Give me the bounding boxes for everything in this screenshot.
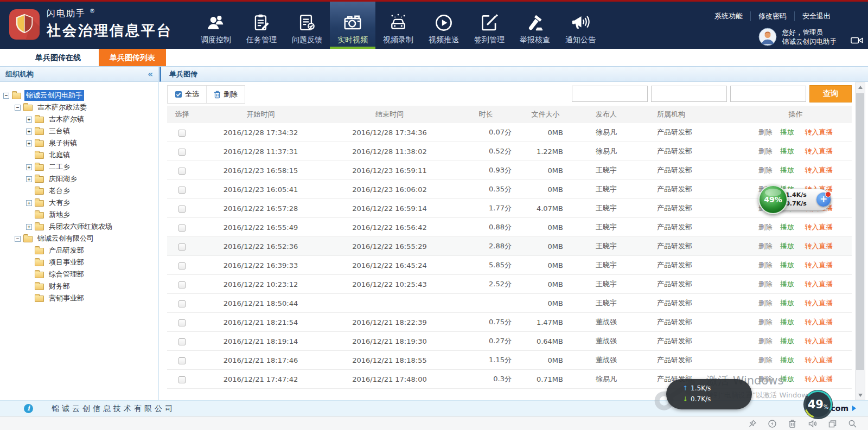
tree-node[interactable]: 营销事业部 [0,292,158,304]
tree-node[interactable]: 二工乡 [0,161,158,173]
tree-node-label[interactable]: 产品研发部 [47,245,86,256]
row-checkbox[interactable] [178,168,186,175]
row-to-live-link[interactable]: 转入直播 [805,299,833,307]
nav-item[interactable]: 调度控制 [193,2,239,49]
tree-node-label[interactable]: 老台乡 [47,185,72,196]
row-play-link[interactable]: 播放 [780,147,794,155]
collapse-sidebar-icon[interactable]: « [148,69,153,79]
tab[interactable]: 单兵图传在线 [24,49,92,66]
pin-icon[interactable] [742,418,762,429]
nav-item[interactable]: 任务管理 [239,2,284,49]
tree-node[interactable]: 大有乡 [0,197,158,209]
nav-item[interactable]: 签到管理 [467,2,512,49]
scroll-up-icon[interactable] [856,83,865,92]
scrollbar-thumb[interactable] [856,93,864,370]
header-link[interactable]: 安全退出 [794,11,838,21]
row-play-link[interactable]: 播放 [780,375,794,383]
row-play-link[interactable]: 播放 [780,223,794,231]
search-icon[interactable] [843,418,863,429]
nav-item[interactable]: 举报核查 [512,2,558,49]
row-delete-link[interactable]: 删除 [758,147,773,155]
row-delete-link[interactable]: 删除 [758,375,773,383]
tree-node[interactable]: 庆阳湖乡 [0,173,158,185]
delete-button[interactable]: 删除 [206,86,245,103]
row-to-live-link[interactable]: 转入直播 [805,337,833,345]
tree-node[interactable]: 吉木萨尔政法委 [0,101,158,113]
tree-expander-icon[interactable] [26,164,32,170]
row-delete-link[interactable]: 删除 [758,318,773,326]
tree-node-label[interactable]: 锦诚云创闪电助手 [24,90,84,101]
row-delete-link[interactable]: 删除 [758,242,773,250]
row-checkbox[interactable] [178,224,186,232]
tree-node[interactable]: 综合管理部 [0,268,158,280]
tree-node-label[interactable]: 锦诚云创有限公司 [36,233,95,244]
nav-item[interactable]: 问题反馈 [284,2,330,49]
tree-node-label[interactable]: 兵团农六师红旗农场 [47,221,114,232]
row-delete-link[interactable]: 删除 [758,128,773,136]
vertical-scrollbar[interactable] [855,82,865,400]
tree-expander-icon[interactable] [26,129,32,134]
tree-node[interactable]: 北庭镇 [0,149,158,161]
tree-node-label[interactable]: 营销事业部 [47,293,86,304]
nav-item[interactable]: 通知公告 [558,2,603,49]
row-play-link[interactable]: 播放 [780,318,794,326]
trash-icon[interactable] [782,418,802,429]
tree-expander-icon[interactable] [26,140,32,146]
row-checkbox[interactable] [178,187,186,194]
tree-node-label[interactable]: 项目事业部 [47,257,86,268]
tree-expander-icon[interactable] [26,117,32,123]
row-to-live-link[interactable]: 转入直播 [805,166,833,174]
tree-node-label[interactable]: 三台镇 [47,126,72,137]
tree-node-label[interactable]: 新地乡 [47,209,72,220]
tree-node-label[interactable]: 财务部 [47,281,72,292]
video-camera-icon[interactable] [851,36,864,47]
tree-expander-icon[interactable] [15,236,21,242]
nav-item[interactable]: 视频推送 [421,2,467,49]
tree-expander-icon[interactable] [26,224,32,230]
tree-node[interactable]: 新地乡 [0,209,158,221]
tree-node-label[interactable]: 吉木萨尔镇 [47,114,86,125]
tree-node-label[interactable]: 大有乡 [47,197,72,208]
user-avatar[interactable] [758,28,777,46]
row-checkbox[interactable] [178,149,186,156]
accelerate-plus-button[interactable]: + [816,192,831,207]
row-to-live-link[interactable]: 转入直播 [805,261,833,269]
tree-node-label[interactable]: 二工乡 [47,162,72,172]
tree-node-label[interactable]: 综合管理部 [47,269,86,280]
select-all-button[interactable]: 全选 [168,86,206,103]
tree-node[interactable]: 兵团农六师红旗农场 [0,221,158,233]
row-checkbox[interactable] [178,376,186,383]
row-play-link[interactable]: 播放 [780,166,794,174]
user-block[interactable]: 您好，管理员 锦诚云创闪电助手 [758,28,837,46]
row-checkbox[interactable] [178,300,186,307]
row-delete-link[interactable]: 删除 [758,337,773,345]
compass-icon[interactable] [762,418,782,429]
tree-node[interactable]: 产品研发部 [0,245,158,256]
row-play-link[interactable]: 播放 [780,261,794,269]
tree-node-label[interactable]: 北庭镇 [47,150,72,161]
tree-node[interactable]: 锦诚云创有限公司 [0,233,158,245]
tree-node-label[interactable]: 泉子街镇 [47,138,79,149]
row-delete-link[interactable]: 删除 [758,299,773,307]
row-play-link[interactable]: 播放 [780,280,794,288]
tree-node[interactable]: 项目事业部 [0,256,158,268]
row-to-live-link[interactable]: 转入直播 [805,375,833,383]
tree-expander-icon[interactable] [26,176,32,182]
row-to-live-link[interactable]: 转入直播 [805,242,833,250]
row-play-link[interactable]: 播放 [780,337,794,345]
memory-percent-ball[interactable]: 49% [758,185,788,214]
row-checkbox[interactable] [178,281,186,288]
nav-item[interactable]: 实时视频 [330,2,375,49]
tree-node[interactable]: 财务部 [0,280,158,292]
row-delete-link[interactable]: 删除 [758,223,773,231]
row-checkbox[interactable] [178,319,186,326]
header-link[interactable]: 修改密码 [750,11,794,21]
tree-expander-icon[interactable] [26,200,32,206]
query-button[interactable]: 查询 [809,85,852,102]
row-delete-link[interactable]: 删除 [758,261,773,269]
row-to-live-link[interactable]: 转入直播 [805,318,833,326]
row-to-live-link[interactable]: 转入直播 [805,356,833,364]
search-input-2[interactable] [651,86,727,102]
tree-node-label[interactable]: 吉木萨尔政法委 [36,102,88,113]
row-checkbox[interactable] [178,243,186,251]
